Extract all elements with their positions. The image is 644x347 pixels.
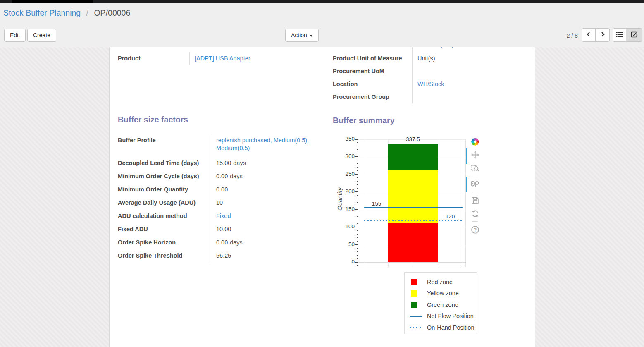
action-dropdown-button[interactable]: Action [285,29,319,42]
x-gridline [463,139,463,268]
y-axis-tick [355,227,358,227]
plotly-logo-icon [470,136,480,146]
save-icon[interactable] [470,195,480,205]
view-switcher [613,28,642,42]
svg-text:?: ? [473,227,476,232]
list-view-icon [616,31,623,39]
pager-counter: 2 / 8 [567,32,578,39]
legend-item[interactable]: On-Hand Position [410,322,477,333]
box-zoom-icon[interactable] [470,163,480,173]
field-label: Minimum Order Quantity [118,183,211,196]
field-value-cell: 10.00 [211,223,322,236]
field-row: ADU calculation methodFixed [118,210,329,223]
y-axis-tick [357,230,358,231]
field-value-link[interactable]: replenish purchased, Medium(0.5), Medium… [216,137,309,151]
plot-area: 112.5262.5337.5155120 [358,139,466,267]
chevron-left-icon [586,31,592,39]
y-axis-tick [357,153,358,154]
y-axis-tick [357,163,358,164]
y-axis-tick [357,258,358,259]
field-label: Buffer Profile [118,134,211,157]
legend-item[interactable]: Red zone [410,276,477,288]
field-value-cell: 10 [211,196,322,210]
field-row: Decoupled Lead Time (days)15.00days [118,157,329,170]
content-area: YourCompany Product[ADPT] USB Adapter Pr… [0,47,644,347]
modebar-separator [472,192,478,192]
legend-item[interactable]: Net Flow Position [410,311,477,322]
field-row: LocationWH/Stock [333,78,527,91]
list-view-button[interactable] [613,28,626,42]
breadcrumb-parent-link[interactable]: Stock Buffer Planning [3,8,81,17]
y-axis-tick-label: 350 [331,136,355,142]
field-label: Average Daily Usage (ADU) [118,196,211,210]
pan-icon[interactable] [470,150,480,160]
field-row: Average Daily Usage (ADU)10 [118,196,329,210]
field-value-cell: 0.00 [211,183,322,196]
y-axis-tick [355,156,358,157]
field-value-cell: Unit(s) [412,52,527,65]
line-value-label: 155 [364,201,389,207]
y-axis-tick-label: 50 [331,241,355,247]
y-axis-tick [357,149,358,150]
field-row: Fixed ADU10.00 [118,223,329,236]
modebar-active-indicator [466,148,467,164]
y-axis-tick [355,262,358,263]
y-axis-tick-label: 200 [331,188,355,194]
net-flow-position-line [364,207,463,208]
form-view-icon [631,31,637,39]
red-zone-bar [388,223,438,262]
y-axis-tick [357,237,358,238]
field-group-procurement: Product Unit of MeasureUnit(s)Procuremen… [333,52,527,103]
y-axis-tick [357,160,358,161]
field-row: Order Spike Threshold56.25 [118,249,329,263]
create-button[interactable]: Create [27,29,56,42]
field-value-link[interactable]: [ADPT] USB Adapter [195,55,250,62]
y-axis-tick [357,255,358,256]
y-axis-tick [357,223,358,224]
modebar-separator [472,221,478,222]
modebar-active-indicator [466,177,467,192]
x-gridline [438,139,438,268]
form-view-button[interactable] [626,28,642,42]
field-value: 10.00 [216,226,231,232]
pager-next-button[interactable] [596,28,610,42]
field-value-cell: 56.25 [211,249,322,263]
form-sheet: YourCompany Product[ADPT] USB Adapter Pr… [109,47,535,347]
y-axis-tick [355,191,358,192]
y-axis-tick [355,244,358,245]
edit-button[interactable]: Edit [4,29,26,42]
legend-color-square [411,302,417,308]
field-label: Procurement UoM [333,65,412,78]
y-axis-tick [357,216,358,217]
pager-previous-button[interactable] [582,28,596,42]
y-axis-tick [357,142,358,143]
legend-line-symbol [410,327,424,328]
field-row: Product[ADPT] USB Adapter [118,52,327,65]
pager-buttons [582,28,610,42]
field-row: Procurement Group [333,91,527,103]
chart-legend: Red zoneYellow zoneGreen zoneNet Flow Po… [404,272,477,334]
field-value-link[interactable]: WH/Stock [417,81,444,87]
legend-item[interactable]: Yellow zone [410,288,477,299]
chevron-right-icon [600,31,606,39]
control-panel: Stock Buffer Planning / OP/00006 Edit Cr… [0,3,644,47]
field-value-cell: [ADPT] USB Adapter [189,52,327,65]
y-axis-tick [357,188,358,189]
compare-hover-icon[interactable] [470,179,480,189]
field-value-link[interactable]: Fixed [216,213,231,219]
help-icon[interactable]: ? [470,225,480,235]
field-value-cell: Fixed [211,210,322,223]
field-value: Unit(s) [417,55,435,62]
field-value: 0.00 [216,173,228,179]
breadcrumb-current: OP/00006 [94,8,130,17]
field-row: Buffer Profilereplenish purchased, Mediu… [118,134,329,157]
y-axis-tick [357,206,358,206]
legend-item[interactable]: Green zone [410,299,477,311]
field-row: Minimum Order Quantity0.00 [118,183,329,196]
zero-line [358,262,466,263]
y-axis-tick [355,174,358,175]
y-axis-title: Quantity [336,170,343,228]
company-link-clipped[interactable]: YourCompany [416,47,454,48]
reset-axes-icon[interactable] [470,208,480,218]
field-value-cell: WH/Stock [412,78,527,91]
